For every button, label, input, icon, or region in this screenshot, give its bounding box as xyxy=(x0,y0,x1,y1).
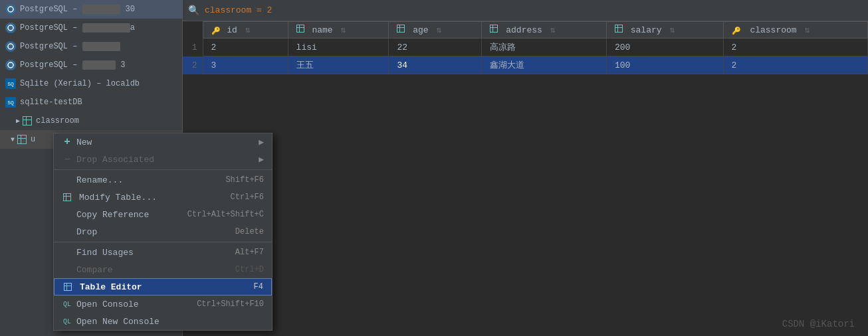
ctx-drop-shortcut: Delete xyxy=(235,227,264,236)
sqlite-testdb-icon: SQ xyxy=(5,97,16,108)
col-age-label: age xyxy=(413,25,428,35)
svg-point-3 xyxy=(8,62,13,68)
search-icon: 🔍 xyxy=(188,5,199,16)
sqlite-xerial-icon: SQ xyxy=(5,78,16,89)
cell-classroom-2[interactable]: 2 xyxy=(723,56,867,74)
header-address[interactable]: address ⇅ xyxy=(482,22,607,39)
header-salary[interactable]: salary ⇅ xyxy=(606,22,723,39)
context-menu: + New ▶ — Drop Associated ▶ Rename... Sh… xyxy=(53,133,272,331)
ctx-new-icon: + xyxy=(62,137,72,147)
ctx-drop-icon xyxy=(62,226,72,237)
users-table-icon xyxy=(17,135,27,144)
ctx-open-new-console-label: Open New Console xyxy=(76,317,160,327)
sidebar-item-pg1[interactable]: PostgreSQL – ████████ 30 xyxy=(0,0,182,19)
col-icon-age xyxy=(397,25,405,33)
ctx-new[interactable]: + New ▶ xyxy=(54,133,272,151)
sidebar-sqlite-testdb-label: sqlite-testDB xyxy=(20,98,82,107)
sort-arrow-id: ⇅ xyxy=(245,25,251,35)
header-classroom[interactable]: 🔑 classroom ⇅ xyxy=(723,22,867,39)
ctx-modify-shortcut: Ctrl+F6 xyxy=(231,193,264,202)
ctx-copy-reference-label: Copy Reference xyxy=(76,210,149,220)
ctx-modify-icon xyxy=(62,192,72,203)
ctx-table-editor[interactable]: Table Editor F4 xyxy=(54,278,272,295)
ctx-drop-label: Drop xyxy=(76,227,97,237)
postgresql-icon-3 xyxy=(5,41,16,52)
header-age[interactable]: age ⇅ xyxy=(389,22,482,39)
ctx-rename-label: Rename... xyxy=(76,175,123,185)
cell-name-2[interactable]: 王五 xyxy=(288,56,389,74)
ctx-separator-2 xyxy=(54,242,272,242)
sidebar-sqlite-xerial-label: Sqlite (Xerial) – localdb xyxy=(20,79,140,88)
sidebar-item-sqlite-xerial[interactable]: SQ Sqlite (Xerial) – localdb xyxy=(0,74,182,93)
ctx-copy-reference[interactable]: Copy Reference Ctrl+Alt+Shift+C xyxy=(54,206,272,223)
cell-salary-1[interactable]: 200 xyxy=(606,39,723,56)
ctx-open-console-label: Open Console xyxy=(76,299,139,309)
cell-age-2[interactable]: 34 xyxy=(389,56,482,74)
sidebar-pg2-label: PostgreSQL – ██████████a xyxy=(20,23,135,33)
ctx-copy-icon xyxy=(62,209,72,220)
ctx-drop-assoc-arrow: ▶ xyxy=(259,154,264,165)
data-table-container[interactable]: 🔑 id ⇅ name ⇅ age ⇅ xyxy=(183,21,868,336)
sidebar-item-sqlite-testdb[interactable]: SQ sqlite-testDB xyxy=(0,93,182,112)
ctx-open-new-console[interactable]: QL Open New Console xyxy=(54,313,272,330)
expand-arrow-classroom: ▶ xyxy=(16,117,20,125)
header-id[interactable]: 🔑 id ⇅ xyxy=(203,22,288,39)
data-table: 🔑 id ⇅ name ⇅ age ⇅ xyxy=(183,21,868,74)
cell-id-1[interactable]: 2 xyxy=(203,39,288,56)
ctx-new-label: New xyxy=(76,137,92,147)
col-address-label: address xyxy=(506,25,542,35)
ctx-modify-table-label: Modify Table... xyxy=(79,193,157,203)
sidebar-item-pg3[interactable]: PostgreSQL – ████████ xyxy=(0,37,182,56)
ctx-open-new-console-icon: QL xyxy=(62,316,72,327)
table-row[interactable]: 1 2 lisi 22 高凉路 200 2 xyxy=(183,39,868,56)
ctx-rename[interactable]: Rename... Shift+F6 xyxy=(54,171,272,189)
cell-age-1[interactable]: 22 xyxy=(389,39,482,56)
cell-classroom-1[interactable]: 2 xyxy=(723,39,867,56)
expand-arrow-users: ▼ xyxy=(11,136,15,143)
col-id-label: id xyxy=(227,25,237,35)
cell-address-1[interactable]: 高凉路 xyxy=(482,39,607,56)
ctx-find-icon xyxy=(62,247,72,258)
ctx-rename-icon xyxy=(62,175,72,185)
ctx-modify-table[interactable]: Modify Table... Ctrl+F6 xyxy=(54,189,272,206)
ctx-compare-label: Compare xyxy=(76,265,113,275)
sort-arrow-salary: ⇅ xyxy=(669,25,675,35)
ctx-new-arrow: ▶ xyxy=(259,137,264,147)
sidebar-pg4-label: PostgreSQL – ███████ 3 xyxy=(20,60,125,70)
ctx-compare: Compare Ctrl+D xyxy=(54,261,272,278)
col-salary-label: salary xyxy=(631,25,662,35)
header-name[interactable]: name ⇅ xyxy=(288,22,389,39)
ctx-drop-associated-label: Drop Associated xyxy=(76,155,154,165)
cell-id-2[interactable]: 3 xyxy=(203,56,288,74)
watermark: CSDN @iKatori xyxy=(782,319,855,329)
query-bar: 🔍 classroom = 2 xyxy=(183,0,868,21)
svg-point-0 xyxy=(8,7,13,12)
cell-address-2[interactable]: 鑫湖大道 xyxy=(482,56,607,74)
ctx-find-usages[interactable]: Find Usages Alt+F7 xyxy=(54,244,272,261)
table-row[interactable]: 2 3 王五 34 鑫湖大道 100 2 xyxy=(183,56,868,74)
classroom-table-icon xyxy=(23,116,32,126)
query-text: classroom = 2 xyxy=(205,5,272,15)
ctx-rename-shortcut: Shift+F6 xyxy=(225,175,264,185)
ctx-table-editor-label: Table Editor xyxy=(80,282,142,292)
cell-salary-2[interactable]: 100 xyxy=(606,56,723,74)
ctx-copy-shortcut: Ctrl+Alt+Shift+C xyxy=(187,210,264,219)
sidebar-item-classroom[interactable]: ▶ classroom xyxy=(0,112,182,130)
ctx-table-editor-shortcut: F4 xyxy=(254,282,263,292)
ctx-find-usages-label: Find Usages xyxy=(76,248,134,258)
row-num-2: 2 xyxy=(183,56,203,74)
ctx-compare-shortcut: Ctrl+D xyxy=(235,265,264,274)
sidebar-item-pg4[interactable]: PostgreSQL – ███████ 3 xyxy=(0,56,182,74)
ctx-drop[interactable]: Drop Delete xyxy=(54,223,272,240)
sidebar-pg1-label: PostgreSQL – ████████ 30 xyxy=(20,5,135,14)
col-icon-address xyxy=(490,25,498,33)
sidebar-item-pg2[interactable]: PostgreSQL – ██████████a xyxy=(0,19,182,37)
ctx-separator-1 xyxy=(54,169,272,170)
cell-name-1[interactable]: lisi xyxy=(288,39,389,56)
sidebar-classroom-label: classroom xyxy=(36,116,79,126)
ctx-open-console[interactable]: QL Open Console Ctrl+Shift+F10 xyxy=(54,295,272,313)
col-name-label: name xyxy=(312,25,332,35)
svg-point-1 xyxy=(8,25,13,31)
ctx-compare-icon xyxy=(62,264,72,275)
col-classroom-label: classroom xyxy=(750,25,796,35)
